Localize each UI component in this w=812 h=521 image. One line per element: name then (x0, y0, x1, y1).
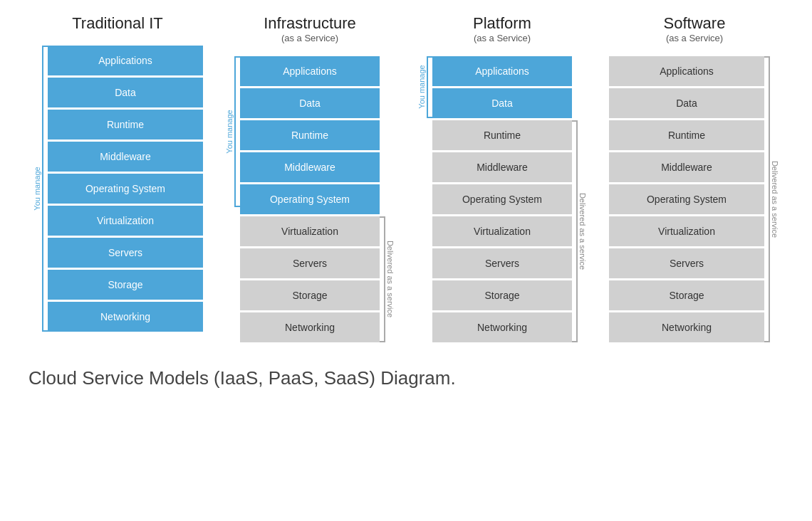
layer-applications-col2: Applications (240, 56, 380, 86)
layer-storage-col4: Storage (609, 280, 764, 310)
layer-servers-col4: Servers (609, 248, 764, 278)
layer-networking-col2: Networking (240, 312, 380, 342)
layer-virt-col2: Virtualization (240, 216, 380, 246)
layer-data-col3: Data (432, 88, 572, 118)
delivered-label-col4: Delivered as a service (771, 161, 779, 238)
layer-storage-col1: Storage (48, 270, 203, 300)
stack-traditional-it: Applications Data Runtime Middleware Ope… (48, 46, 203, 332)
layer-storage-col3: Storage (432, 280, 572, 310)
columns-wrapper: Traditional IT You manage Applications D… (14, 14, 798, 342)
layer-middleware-col2: Middleware (240, 152, 380, 182)
layer-data-col4: Data (609, 88, 764, 118)
stack-saas: Applications Data Runtime Middleware Ope… (609, 56, 764, 342)
layer-servers-col3: Servers (432, 248, 572, 278)
title-saas: Software (664, 14, 726, 33)
layer-virt-col4: Virtualization (609, 216, 764, 246)
layer-servers-col1: Servers (48, 238, 203, 268)
layer-servers-col2: Servers (240, 248, 380, 278)
column-title-traditional-it: Traditional IT (72, 14, 163, 33)
stack-paas: Applications Data Runtime Middleware Ope… (432, 56, 572, 342)
column-traditional-it: Traditional IT You manage Applications D… (32, 14, 203, 332)
layer-os-col2: Operating System (240, 184, 380, 214)
layer-os-col3: Operating System (432, 184, 572, 214)
layer-virt-col1: Virtualization (48, 206, 203, 236)
layer-virt-col3: Virtualization (432, 216, 572, 246)
layer-networking-col3: Networking (432, 312, 572, 342)
layer-applications-col1: Applications (48, 46, 203, 75)
layer-os-col4: Operating System (609, 184, 764, 214)
delivered-label-col2: Delivered as a service (386, 241, 395, 317)
column-title-saas: Software (as a Service) (664, 14, 726, 43)
layer-storage-col2: Storage (240, 280, 380, 310)
layer-runtime-col2: Runtime (240, 120, 380, 150)
column-saas: Software (as a Service) Applications Dat… (609, 14, 780, 342)
layer-applications-col3: Applications (432, 56, 572, 86)
layer-runtime-col1: Runtime (48, 110, 203, 140)
layer-runtime-col4: Runtime (609, 120, 764, 150)
title-paas: Platform (473, 14, 531, 33)
layer-data-col2: Data (240, 88, 380, 118)
layer-os-col1: Operating System (48, 174, 203, 204)
you-manage-label-col2: You manage (225, 110, 234, 153)
subtitle-saas: (as a Service) (664, 33, 726, 43)
column-title-iaas: Infrastructure (as a Service) (264, 14, 356, 43)
column-title-paas: Platform (as a Service) (473, 14, 531, 43)
subtitle-iaas: (as a Service) (264, 33, 356, 43)
layer-middleware-col4: Middleware (609, 152, 764, 182)
diagram-area: Traditional IT You manage Applications D… (14, 14, 798, 389)
column-iaas: Infrastructure (as a Service) You manage… (224, 14, 395, 342)
title-iaas: Infrastructure (264, 14, 356, 33)
stack-iaas: Applications Data Runtime Middleware Ope… (240, 56, 380, 342)
layer-data-col1: Data (48, 78, 203, 107)
layer-middleware-col3: Middleware (432, 152, 572, 182)
layer-applications-col4: Applications (609, 56, 764, 86)
column-paas: Platform (as a Service) You manage Appli… (417, 14, 588, 342)
subtitle-paas: (as a Service) (473, 33, 531, 43)
you-manage-label-col3: You manage (417, 65, 426, 108)
delivered-label-col3: Delivered as a service (578, 193, 587, 270)
layer-middleware-col1: Middleware (48, 142, 203, 172)
layer-networking-col1: Networking (48, 302, 203, 332)
title-traditional-it: Traditional IT (72, 14, 163, 33)
footer-title: Cloud Service Models (IaaS, PaaS, SaaS) … (14, 367, 798, 389)
layer-runtime-col3: Runtime (432, 120, 572, 150)
you-manage-label-col1: You manage (33, 167, 41, 210)
layer-networking-col4: Networking (609, 312, 764, 342)
